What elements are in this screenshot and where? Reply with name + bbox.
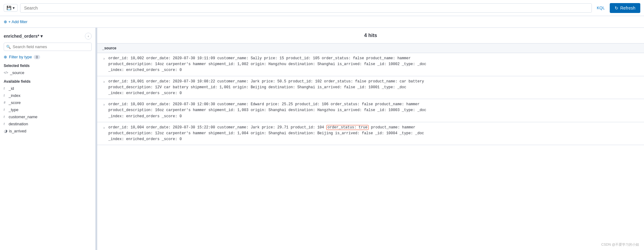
source-column-header: _source	[97, 44, 644, 53]
hits-label: hits	[368, 33, 377, 38]
row-4-expand-button[interactable]: ›	[102, 125, 106, 131]
filter-type-icon: ⊕	[4, 55, 7, 59]
row-1-content: order_id: 10,002 order_date: 2020-07-30 …	[108, 56, 642, 73]
field-item-id[interactable]: t _id	[0, 85, 95, 92]
field-type-score: #	[4, 101, 7, 104]
field-name-source: _source	[10, 70, 24, 75]
row-1-header: › order_id: 10,002 order_date: 2020-07-3…	[97, 53, 644, 76]
selected-fields-title: Selected fields	[0, 60, 95, 69]
field-name-type: _type	[9, 107, 19, 112]
search-fields-icon: 🔍	[6, 45, 11, 49]
row-2-header: › order_id: 10,001 order_date: 2020-07-3…	[97, 76, 644, 99]
row-2-content: order_id: 10,001 order_date: 2020-07-30 …	[108, 79, 642, 97]
row-2-expand-button[interactable]: ›	[102, 79, 106, 85]
sidebar-header: enriched_orders* ▾ ‹	[0, 31, 95, 43]
field-name-score: _score	[9, 100, 21, 105]
sidebar: enriched_orders* ▾ ‹ 🔍 ⊕ Filter by type …	[0, 28, 96, 250]
top-bar: 💾 ▾ KQL ↻ Refresh	[0, 0, 644, 16]
field-name-destination: destination	[9, 122, 28, 126]
main-layout: enriched_orders* ▾ ‹ 🔍 ⊕ Filter by type …	[0, 28, 644, 250]
field-name-customer-name: customer_name	[9, 115, 37, 119]
add-filter-button[interactable]: ⊕ + Add filter	[4, 19, 27, 24]
field-type-index: t	[4, 94, 7, 97]
chevron-down-icon: ▾	[40, 34, 43, 39]
field-item-is-arrived[interactable]: ◑ is_arrived	[0, 127, 95, 135]
save-dropdown-icon: ▾	[13, 6, 15, 10]
filter-count-badge: 0	[34, 55, 40, 59]
search-input[interactable]	[20, 3, 592, 13]
kql-button[interactable]: KQL	[594, 4, 607, 11]
hits-count: 4	[364, 33, 367, 38]
table-row: › order_id: 10,001 order_date: 2020-07-3…	[97, 76, 644, 99]
row-3-expand-button[interactable]: ›	[102, 102, 106, 107]
field-item-index[interactable]: t _index	[0, 92, 95, 99]
table-row: › order_id: 10,003 order_date: 2020-07-3…	[97, 99, 644, 122]
filter-by-type-button[interactable]: ⊕ Filter by type 0	[0, 53, 95, 60]
row-1-expand-button[interactable]: ›	[102, 56, 106, 61]
search-fields-input[interactable]	[4, 43, 92, 51]
index-name: enriched_orders*	[4, 34, 39, 39]
save-search-button[interactable]: 💾 ▾	[4, 4, 18, 12]
row-3-content: order_id: 10,003 order_date: 2020-07-30 …	[108, 102, 642, 119]
available-fields-title: Available fields	[0, 76, 95, 85]
field-type-customer-name: t	[4, 115, 7, 119]
table-row: › order_id: 10,002 order_date: 2020-07-3…	[97, 53, 644, 76]
row-4-content: order_id: 10,004 order_date: 2020-07-30 …	[108, 125, 642, 143]
index-selector[interactable]: enriched_orders* ▾	[4, 34, 43, 39]
hits-header: 4 hits	[97, 28, 644, 44]
field-name-index: _index	[9, 93, 20, 98]
field-type-source: </>	[4, 71, 8, 74]
collapse-sidebar-button[interactable]: ‹	[85, 33, 92, 40]
search-fields-wrap: 🔍	[4, 43, 92, 51]
filter-circle-icon: ⊕	[4, 19, 7, 24]
selected-field-source[interactable]: </> _source	[0, 69, 95, 76]
row-4-header: › order_id: 10,004 order_date: 2020-07-3…	[97, 122, 644, 145]
watermark: CSDN @不爱学习的小姐	[601, 242, 639, 247]
field-name-is-arrived: is_arrived	[9, 129, 26, 133]
field-type-id: t	[4, 87, 7, 90]
field-item-score[interactable]: # _score	[0, 99, 95, 106]
field-name-id: _id	[9, 86, 14, 91]
highlighted-order-status: order_status: true	[326, 125, 369, 130]
row-3-header: › order_id: 10,003 order_date: 2020-07-3…	[97, 99, 644, 122]
table-row: › order_id: 10,004 order_date: 2020-07-3…	[97, 122, 644, 145]
field-item-destination[interactable]: t destination	[0, 120, 95, 127]
refresh-button[interactable]: ↻ Refresh	[610, 3, 640, 13]
main-content: 4 hits _source › order_id: 10,002 order_…	[97, 28, 644, 250]
field-type-type: t	[4, 108, 7, 111]
refresh-icon: ↻	[615, 6, 618, 10]
save-icon: 💾	[6, 6, 11, 10]
field-item-customer-name[interactable]: t customer_name	[0, 113, 95, 120]
field-type-destination: t	[4, 122, 7, 126]
field-type-is-arrived: ◑	[4, 129, 7, 133]
field-item-type[interactable]: t _type	[0, 106, 95, 113]
filter-bar: ⊕ + Add filter	[0, 16, 644, 28]
